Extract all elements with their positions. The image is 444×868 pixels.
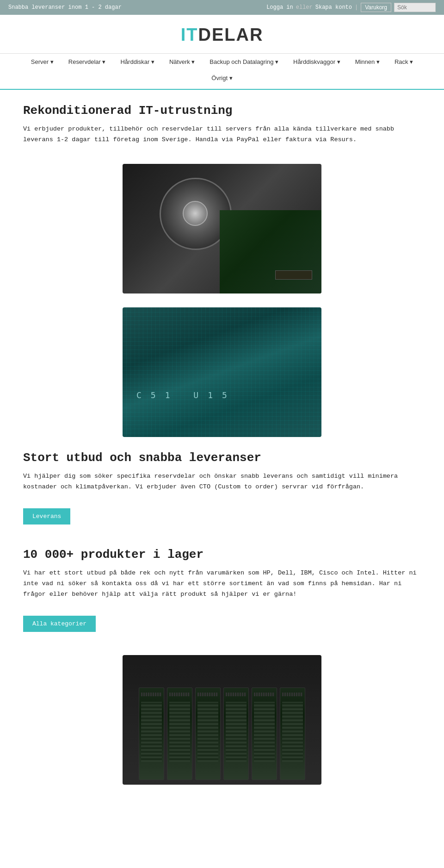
hdd-connector <box>275 270 312 280</box>
all-categories-button[interactable]: Alla kategorier <box>23 616 96 632</box>
ram-stick-3 <box>195 687 221 780</box>
ram-stick-4 <box>223 687 249 780</box>
nav-row-1: Server ▾ Reservdelar ▾ Hårddiskar ▾ Nätv… <box>0 54 444 70</box>
delivery-text: Snabba leveranser inom 1 - 2 dagar <box>8 4 122 11</box>
ram-stick-5 <box>252 687 277 780</box>
section2-description: Vi hjälper dig som söker specifika reser… <box>23 471 421 493</box>
section3-title: 10 000+ produkter i lager <box>23 548 421 562</box>
ram-image-container <box>23 655 421 785</box>
hero-title: Rekonditionerad IT-utrustning <box>23 104 421 118</box>
nav-rack[interactable]: Rack ▾ <box>387 54 420 70</box>
pcb-image-container <box>23 307 421 437</box>
logo[interactable]: ITDELAR <box>0 25 444 45</box>
section3-description: Vi har ett stort utbud på både rek och n… <box>23 568 421 600</box>
hdd-pcb <box>220 210 321 293</box>
nav-backup[interactable]: Backup och Datalagring ▾ <box>202 54 286 70</box>
login-link[interactable]: Logga in <box>266 4 293 11</box>
delivery-button[interactable]: Leverans <box>23 508 70 525</box>
nav-server[interactable]: Server ▾ <box>24 54 61 70</box>
main-content: Rekonditionerad IT-utrustning Vi erbjude… <box>14 90 430 817</box>
ram-stick-6 <box>280 687 305 780</box>
cart-button[interactable]: Varukorg <box>361 3 391 12</box>
section2: Stort utbud och snabba leveranser Vi hjä… <box>23 451 421 529</box>
top-bar: Snabba leveranser inom 1 - 2 dagar Logga… <box>0 0 444 15</box>
logo-it: IT <box>181 25 198 44</box>
nav-harddiskar[interactable]: Hårddiskar ▾ <box>113 54 161 70</box>
search-input[interactable] <box>394 3 436 12</box>
logo-area: ITDELAR <box>0 15 444 54</box>
ram-image <box>123 655 321 785</box>
hero-section: Rekonditionerad IT-utrustning Vi erbjude… <box>23 104 421 145</box>
nav-minnen[interactable]: Minnen ▾ <box>348 54 387 70</box>
section2-title: Stort utbud och snabba leveranser <box>23 451 421 465</box>
top-bar-right: Logga in eller Skapa konto | Varukorg <box>266 3 436 12</box>
or-separator: eller <box>296 4 313 11</box>
ram-stick-2 <box>167 687 192 780</box>
ram-stick-1 <box>139 687 164 780</box>
nav-natverk[interactable]: Nätverk ▾ <box>162 54 202 70</box>
pcb-image <box>123 307 321 437</box>
logo-delar: DELAR <box>198 25 263 44</box>
section3: 10 000+ produkter i lager Vi har ett sto… <box>23 548 421 637</box>
hdd-image <box>123 164 321 293</box>
nav-harddiskvaggor[interactable]: Hårddiskvaggor ▾ <box>286 54 348 70</box>
nav-row-2: Övrigt ▾ <box>0 70 444 89</box>
nav-ovrigt[interactable]: Övrigt ▾ <box>204 70 240 86</box>
create-account-link[interactable]: Skapa konto <box>315 4 352 11</box>
hdd-image-container <box>23 164 421 293</box>
bracket-left: | <box>355 4 358 11</box>
hero-description: Vi erbjuder produkter, tillbehör och res… <box>23 124 421 145</box>
nav-reservdelar[interactable]: Reservdelar ▾ <box>61 54 113 70</box>
main-nav: Server ▾ Reservdelar ▾ Hårddiskar ▾ Nätv… <box>0 54 444 90</box>
